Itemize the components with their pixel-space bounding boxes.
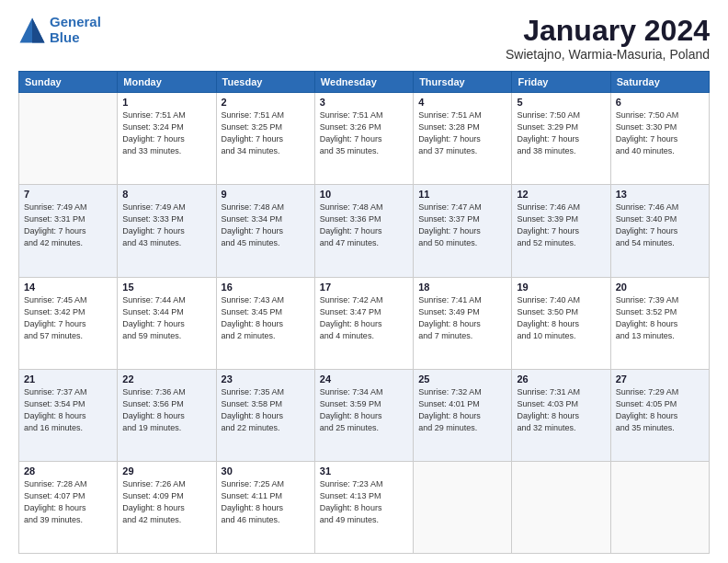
day-info: Sunrise: 7:26 AM (122, 478, 210, 490)
svg-marker-1 (32, 17, 45, 42)
logo-icon (18, 17, 46, 44)
table-cell: 19Sunrise: 7:40 AMSunset: 3:50 PMDayligh… (512, 277, 610, 369)
day-info: Sunset: 3:56 PM (122, 398, 210, 410)
day-info: Daylight: 8 hours (616, 410, 704, 422)
day-info: Daylight: 7 hours (122, 318, 210, 330)
day-info: Sunrise: 7:35 AM (222, 386, 310, 398)
day-info: Sunrise: 7:37 AM (24, 386, 112, 398)
table-row: 1Sunrise: 7:51 AMSunset: 3:24 PMDaylight… (19, 93, 710, 185)
day-info: Daylight: 7 hours (616, 133, 704, 145)
day-number: 22 (122, 373, 210, 385)
calendar: Sunday Monday Tuesday Wednesday Thursday… (18, 71, 710, 554)
day-number: 24 (320, 373, 408, 385)
day-info: Sunset: 3:50 PM (517, 306, 605, 318)
table-cell: 14Sunrise: 7:45 AMSunset: 3:42 PMDayligh… (19, 277, 118, 369)
table-cell: 17Sunrise: 7:42 AMSunset: 3:47 PMDayligh… (314, 277, 413, 369)
day-info: Daylight: 7 hours (122, 225, 210, 237)
day-number: 29 (122, 465, 210, 477)
table-cell: 21Sunrise: 7:37 AMSunset: 3:54 PMDayligh… (19, 369, 118, 461)
day-info: and 43 minutes. (122, 237, 210, 249)
day-info: and 33 minutes. (122, 145, 210, 157)
day-number: 15 (122, 282, 210, 293)
day-info: Sunrise: 7:50 AM (517, 109, 605, 121)
location: Swietajno, Warmia-Masuria, Poland (506, 47, 710, 62)
day-info: Sunrise: 7:43 AM (222, 294, 310, 306)
day-info: Sunset: 4:01 PM (418, 398, 506, 410)
day-info: Sunrise: 7:40 AM (517, 294, 605, 306)
table-cell: 26Sunrise: 7:31 AMSunset: 4:03 PMDayligh… (512, 369, 610, 461)
day-info: and 35 minutes. (616, 422, 704, 434)
day-info: Sunset: 3:52 PM (616, 306, 704, 318)
day-info: Sunset: 3:31 PM (24, 213, 112, 225)
day-number: 26 (517, 373, 605, 385)
day-info: Daylight: 7 hours (222, 133, 310, 145)
day-number: 8 (122, 189, 210, 200)
day-info: Sunset: 3:30 PM (616, 121, 704, 133)
day-info: Daylight: 7 hours (122, 133, 210, 145)
table-cell: 5Sunrise: 7:50 AMSunset: 3:29 PMDaylight… (512, 93, 610, 185)
day-info: Sunrise: 7:39 AM (616, 294, 704, 306)
day-info: and 42 minutes. (122, 514, 210, 526)
day-info: Sunrise: 7:49 AM (122, 201, 210, 213)
day-info: Sunrise: 7:44 AM (122, 294, 210, 306)
day-info: and 32 minutes. (517, 422, 605, 434)
day-info: Sunset: 3:59 PM (320, 398, 408, 410)
day-info: Sunrise: 7:45 AM (24, 294, 112, 306)
day-number: 6 (616, 97, 704, 108)
day-number: 30 (222, 465, 310, 477)
table-cell: 7Sunrise: 7:49 AMSunset: 3:31 PMDaylight… (19, 185, 118, 277)
day-info: and 10 minutes. (517, 330, 605, 342)
table-cell: 20Sunrise: 7:39 AMSunset: 3:52 PMDayligh… (610, 277, 709, 369)
table-cell: 29Sunrise: 7:26 AMSunset: 4:09 PMDayligh… (118, 461, 216, 553)
day-info: Daylight: 8 hours (517, 318, 605, 330)
day-info: and 13 minutes. (616, 330, 704, 342)
day-info: and 57 minutes. (24, 330, 112, 342)
day-info: and 54 minutes. (616, 237, 704, 249)
day-number: 10 (320, 189, 408, 200)
col-sunday: Sunday (19, 72, 118, 93)
day-info: Sunset: 3:42 PM (24, 306, 112, 318)
col-thursday: Thursday (414, 72, 512, 93)
table-cell (19, 93, 118, 185)
day-info: Sunrise: 7:23 AM (320, 478, 408, 490)
day-info: and 34 minutes. (222, 145, 310, 157)
month-title: January 2024 (506, 15, 710, 47)
day-number: 1 (122, 97, 210, 108)
day-info: Daylight: 8 hours (616, 318, 704, 330)
day-info: Daylight: 7 hours (418, 133, 506, 145)
day-info: Sunrise: 7:29 AM (616, 386, 704, 398)
day-number: 14 (24, 282, 112, 293)
header: General Blue January 2024 Swietajno, War… (18, 15, 710, 62)
title-block: January 2024 Swietajno, Warmia-Masuria, … (506, 15, 710, 62)
day-info: Sunrise: 7:51 AM (320, 109, 408, 121)
day-info: Daylight: 7 hours (320, 225, 408, 237)
day-info: Daylight: 8 hours (418, 318, 506, 330)
day-info: Sunrise: 7:46 AM (616, 201, 704, 213)
day-info: Daylight: 8 hours (222, 410, 310, 422)
table-cell: 13Sunrise: 7:46 AMSunset: 3:40 PMDayligh… (610, 185, 709, 277)
day-number: 27 (616, 373, 704, 385)
day-info: Sunrise: 7:46 AM (517, 201, 605, 213)
day-info: Sunset: 4:13 PM (320, 490, 408, 502)
table-cell (610, 461, 709, 553)
day-info: Sunset: 3:28 PM (418, 121, 506, 133)
day-info: and 46 minutes. (222, 514, 310, 526)
table-cell: 31Sunrise: 7:23 AMSunset: 4:13 PMDayligh… (314, 461, 413, 553)
table-cell: 2Sunrise: 7:51 AMSunset: 3:25 PMDaylight… (216, 93, 314, 185)
table-cell: 3Sunrise: 7:51 AMSunset: 3:26 PMDaylight… (314, 93, 413, 185)
day-info: Sunset: 3:39 PM (517, 213, 605, 225)
day-info: Sunrise: 7:25 AM (222, 478, 310, 490)
day-number: 3 (320, 97, 408, 108)
day-number: 18 (418, 282, 506, 293)
table-cell: 22Sunrise: 7:36 AMSunset: 3:56 PMDayligh… (118, 369, 216, 461)
day-info: Daylight: 8 hours (122, 410, 210, 422)
day-info: Daylight: 8 hours (122, 502, 210, 514)
day-number: 31 (320, 465, 408, 477)
day-info: Sunset: 3:37 PM (418, 213, 506, 225)
day-info: and 37 minutes. (418, 145, 506, 157)
day-number: 28 (24, 465, 112, 477)
col-tuesday: Tuesday (216, 72, 314, 93)
day-info: Daylight: 7 hours (24, 225, 112, 237)
table-cell: 8Sunrise: 7:49 AMSunset: 3:33 PMDaylight… (118, 185, 216, 277)
day-info: Sunset: 3:36 PM (320, 213, 408, 225)
